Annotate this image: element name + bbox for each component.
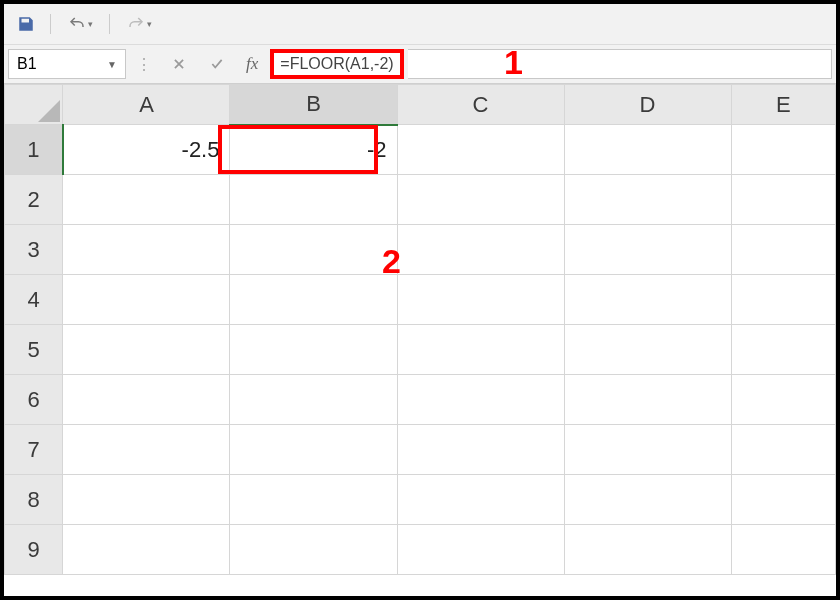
cell-D1[interactable] (564, 125, 731, 175)
cell-D9[interactable] (564, 525, 731, 575)
cell-A9[interactable] (63, 525, 230, 575)
undo-icon[interactable]: ▾ (61, 10, 99, 38)
cell-A2[interactable] (63, 175, 230, 225)
formula-bar: B1 ▼ ⋮ fx =FLOOR(A1,-2) 1 (4, 44, 836, 84)
cell-D5[interactable] (564, 325, 731, 375)
cell-D8[interactable] (564, 475, 731, 525)
cell-E3[interactable] (731, 225, 835, 275)
formula-input[interactable]: =FLOOR(A1,-2) (270, 49, 404, 79)
cell-C9[interactable] (397, 525, 564, 575)
cell-E1[interactable] (731, 125, 835, 175)
chevron-down-icon[interactable]: ▾ (88, 19, 93, 29)
cell-B4[interactable] (230, 275, 397, 325)
cell-C3[interactable] (397, 225, 564, 275)
cell-B5[interactable] (230, 325, 397, 375)
cell-B2[interactable] (230, 175, 397, 225)
worksheet: A B C D E 1 -2.5 -2 2 3 4 5 6 7 8 9 2 (4, 84, 836, 575)
insert-function-icon[interactable]: fx (238, 54, 266, 74)
row-head-6[interactable]: 6 (5, 375, 63, 425)
cell-C5[interactable] (397, 325, 564, 375)
cell-A8[interactable] (63, 475, 230, 525)
cell-E5[interactable] (731, 325, 835, 375)
cell-B6[interactable] (230, 375, 397, 425)
cell-D3[interactable] (564, 225, 731, 275)
cell-C1[interactable] (397, 125, 564, 175)
cell-E8[interactable] (731, 475, 835, 525)
drag-handle-icon[interactable]: ⋮ (130, 55, 158, 74)
cell-B7[interactable] (230, 425, 397, 475)
cell-B9[interactable] (230, 525, 397, 575)
cell-D7[interactable] (564, 425, 731, 475)
cell-C4[interactable] (397, 275, 564, 325)
cell-C2[interactable] (397, 175, 564, 225)
annotation-2: 2 (382, 242, 401, 281)
formula-text: =FLOOR(A1,-2) (280, 55, 393, 73)
cell-B8[interactable] (230, 475, 397, 525)
row-head-5[interactable]: 5 (5, 325, 63, 375)
annotation-1: 1 (504, 43, 523, 82)
cell-C8[interactable] (397, 475, 564, 525)
save-icon[interactable] (12, 10, 40, 38)
cell-B1[interactable]: -2 (230, 125, 397, 175)
cell-E9[interactable] (731, 525, 835, 575)
cell-E7[interactable] (731, 425, 835, 475)
select-all-corner[interactable] (5, 85, 63, 125)
cell-A5[interactable] (63, 325, 230, 375)
col-head-B[interactable]: B (230, 85, 397, 125)
cell-E4[interactable] (731, 275, 835, 325)
cell-D2[interactable] (564, 175, 731, 225)
row-head-7[interactable]: 7 (5, 425, 63, 475)
row-head-4[interactable]: 4 (5, 275, 63, 325)
quick-access-toolbar: ▾ ▾ (4, 4, 836, 44)
row-head-2[interactable]: 2 (5, 175, 63, 225)
separator (50, 14, 51, 34)
row-head-3[interactable]: 3 (5, 225, 63, 275)
separator (109, 14, 110, 34)
enter-icon[interactable] (200, 49, 234, 79)
col-head-D[interactable]: D (564, 85, 731, 125)
col-head-C[interactable]: C (397, 85, 564, 125)
cell-A7[interactable] (63, 425, 230, 475)
grid: A B C D E 1 -2.5 -2 2 3 4 5 6 7 8 9 (4, 84, 836, 575)
cell-A6[interactable] (63, 375, 230, 425)
name-box[interactable]: B1 ▼ (8, 49, 126, 79)
row-head-1[interactable]: 1 (5, 125, 63, 175)
chevron-down-icon[interactable]: ▼ (107, 59, 117, 70)
name-box-value: B1 (17, 55, 37, 73)
cell-E2[interactable] (731, 175, 835, 225)
cell-E6[interactable] (731, 375, 835, 425)
cell-D6[interactable] (564, 375, 731, 425)
cell-A3[interactable] (63, 225, 230, 275)
row-head-9[interactable]: 9 (5, 525, 63, 575)
redo-icon[interactable]: ▾ (120, 10, 158, 38)
col-head-A[interactable]: A (63, 85, 230, 125)
cell-D4[interactable] (564, 275, 731, 325)
cell-C7[interactable] (397, 425, 564, 475)
cell-C6[interactable] (397, 375, 564, 425)
row-head-8[interactable]: 8 (5, 475, 63, 525)
chevron-down-icon[interactable]: ▾ (147, 19, 152, 29)
cell-A4[interactable] (63, 275, 230, 325)
cell-B3[interactable] (230, 225, 397, 275)
col-head-E[interactable]: E (731, 85, 835, 125)
cancel-icon[interactable] (162, 49, 196, 79)
cell-A1[interactable]: -2.5 (63, 125, 230, 175)
formula-input-tail[interactable] (408, 49, 832, 79)
